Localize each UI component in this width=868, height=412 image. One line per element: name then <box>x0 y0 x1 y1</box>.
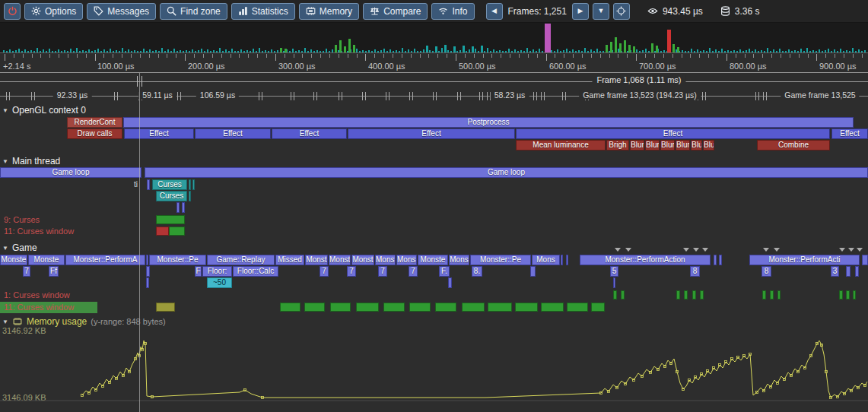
zone[interactable] <box>146 277 149 288</box>
collapsed-zones-icon[interactable] <box>615 248 621 252</box>
zone[interactable]: Game loop <box>0 167 141 178</box>
zone[interactable]: Effect <box>516 128 830 139</box>
zone[interactable]: Blur <box>645 140 660 151</box>
zone[interactable] <box>147 179 150 190</box>
zone[interactable]: F <box>195 266 202 277</box>
next-frame-button[interactable]: ▶ <box>572 3 589 20</box>
zone[interactable]: Effect <box>272 128 347 139</box>
zone[interactable] <box>176 202 180 213</box>
zone[interactable]: Game::Replay <box>207 255 275 265</box>
zone[interactable]: Monster::Pe <box>470 255 531 265</box>
zone[interactable]: Monster::Pe <box>149 255 206 265</box>
zone[interactable]: Monst <box>396 255 417 265</box>
zone[interactable]: Blur <box>691 140 702 151</box>
zone[interactable] <box>862 255 868 265</box>
zone[interactable]: F. <box>439 266 450 277</box>
memory-button[interactable]: Memory <box>299 3 359 20</box>
zone[interactable]: Postprocess <box>123 117 854 128</box>
collapsed-zones-icon[interactable] <box>839 248 845 252</box>
zone[interactable]: Blur <box>660 140 675 151</box>
plot-name[interactable]: 11: Curses window <box>4 303 74 312</box>
zone[interactable]: Monst <box>305 255 328 265</box>
zone[interactable]: Monste <box>418 255 448 265</box>
find-zone-button[interactable]: Find zone <box>160 3 227 20</box>
collapsed-zones-icon[interactable] <box>702 248 708 252</box>
zone[interactable]: Blur <box>676 140 690 151</box>
zone[interactable] <box>714 255 717 265</box>
plot-name[interactable]: 9: Curses <box>4 215 40 225</box>
zone[interactable] <box>146 266 150 277</box>
zone[interactable]: 8. <box>472 266 482 277</box>
zone[interactable] <box>613 277 615 288</box>
zone[interactable]: Monster::PerformA <box>65 255 145 265</box>
zone[interactable]: Effect <box>195 128 271 139</box>
zone[interactable]: Floor::Calc <box>233 266 278 277</box>
zoom-out-button[interactable]: ▼ <box>593 3 609 20</box>
info-button[interactable]: Info <box>431 3 474 20</box>
zone[interactable]: 7 <box>23 266 30 277</box>
zone[interactable] <box>561 255 563 265</box>
zone[interactable]: Monst <box>375 255 396 265</box>
section-opengl[interactable]: ▼OpenGL context 0 <box>2 105 86 116</box>
options-button[interactable]: Options <box>24 3 83 20</box>
zone[interactable]: Blur <box>630 140 644 151</box>
zone[interactable]: 8 <box>690 266 700 277</box>
zone[interactable] <box>192 179 195 190</box>
zone[interactable]: Draw calls <box>67 128 122 139</box>
zone[interactable]: Effect <box>831 128 868 139</box>
zone[interactable]: Mons <box>532 255 560 265</box>
zone[interactable]: Floor: <box>202 266 232 277</box>
focus-frame-button[interactable] <box>613 3 630 20</box>
collapsed-zones-icon[interactable] <box>693 248 699 252</box>
zone[interactable]: Blur <box>703 140 714 151</box>
prev-frame-button[interactable]: ◀ <box>486 3 503 20</box>
collapsed-zones-icon[interactable] <box>763 248 769 252</box>
collapsed-zones-icon[interactable] <box>625 248 631 252</box>
zone[interactable]: Brigh <box>606 140 629 151</box>
zone[interactable] <box>855 266 859 277</box>
zone[interactable] <box>846 266 851 277</box>
zone[interactable]: Monst <box>329 255 351 265</box>
zone[interactable] <box>189 191 191 201</box>
zone[interactable]: Combine <box>757 140 830 151</box>
zone[interactable] <box>566 255 568 265</box>
section-game[interactable]: ▼Game <box>2 242 37 253</box>
compare-button[interactable]: Compare <box>363 3 428 20</box>
zone[interactable]: Mean luminance <box>516 140 606 151</box>
zone[interactable] <box>146 255 148 265</box>
zone[interactable]: Missed <box>275 255 304 265</box>
power-button[interactable] <box>4 3 21 20</box>
zone[interactable]: Curses <box>152 179 187 190</box>
zone[interactable]: Monste <box>0 255 27 265</box>
plot-name[interactable]: 11: Curses window <box>4 227 74 236</box>
collapsed-zones-icon[interactable] <box>683 248 689 252</box>
collapsed-zones-icon[interactable] <box>774 248 780 252</box>
zone[interactable]: RenderCont <box>67 117 122 128</box>
zone[interactable]: Effect <box>348 128 515 139</box>
zone[interactable] <box>530 266 536 277</box>
zone[interactable]: Monst <box>351 255 374 265</box>
zone[interactable]: 7 <box>378 266 387 277</box>
statistics-button[interactable]: Statistics <box>231 3 295 20</box>
zone[interactable]: Monster::PerformActi <box>749 255 860 265</box>
collapsed-zones-icon[interactable] <box>857 248 863 252</box>
collapsed-zones-icon[interactable] <box>848 248 854 252</box>
zone[interactable]: 5 <box>610 266 618 277</box>
zone[interactable] <box>448 277 452 288</box>
zone[interactable] <box>189 179 191 190</box>
zone[interactable]: 7 <box>320 266 329 277</box>
section-main-thread[interactable]: ▼Main thread <box>2 156 60 166</box>
messages-button[interactable]: Messages <box>87 3 156 20</box>
zone[interactable]: 3 <box>831 266 839 277</box>
zone[interactable]: Ff <box>49 266 59 277</box>
zone[interactable] <box>182 202 185 213</box>
zone[interactable]: ~50 <box>207 277 232 288</box>
zone[interactable]: Curses <box>156 191 187 201</box>
zone[interactable]: 7 <box>409 266 418 277</box>
zone[interactable]: Mons <box>449 255 469 265</box>
zone[interactable] <box>719 255 722 265</box>
zone[interactable]: Monste <box>28 255 65 265</box>
zone[interactable]: 7 <box>347 266 356 277</box>
zone[interactable]: 8 <box>761 266 771 277</box>
zone[interactable]: Monster::PerformAction <box>580 255 711 265</box>
